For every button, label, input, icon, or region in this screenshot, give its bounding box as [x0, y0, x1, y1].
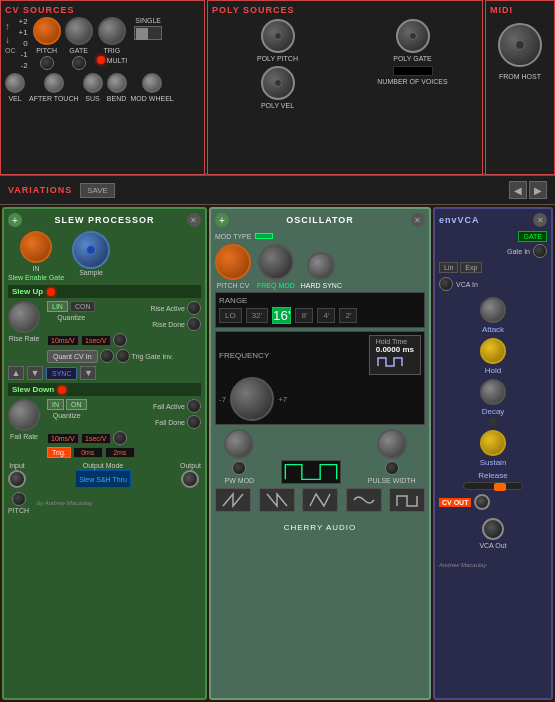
fall-lin-btn[interactable]: IN	[47, 399, 64, 410]
range-4-btn[interactable]: 4'	[317, 308, 335, 323]
hard-sync-knob[interactable]	[307, 252, 335, 280]
poly-pitch-jack[interactable]	[261, 19, 295, 53]
range-32-btn[interactable]: 32'	[246, 308, 268, 323]
fall-cv-val1: 10ms/V	[47, 433, 79, 444]
range-8-btn[interactable]: 8'	[295, 308, 313, 323]
save-button[interactable]: SAVE	[80, 183, 115, 198]
mod-type-label: MOD TYPE	[215, 233, 251, 240]
range-2-btn[interactable]: 2'	[339, 308, 357, 323]
env-vca-panel: envVCA ✕ GATE Gate In Lin Exp VCA In Att…	[433, 207, 553, 700]
pitch-jack[interactable]	[40, 56, 54, 70]
rise-done-jack[interactable]	[187, 317, 201, 331]
rise-active-jack[interactable]	[187, 301, 201, 315]
trig-val1: 0ms	[73, 447, 103, 458]
quant-cv-jack[interactable]	[100, 349, 114, 363]
vca-out-jack[interactable]	[482, 518, 504, 540]
gate-toggle-btn[interactable]: GATE	[518, 231, 547, 242]
env-vca-title: envVCA	[439, 215, 480, 225]
slew-add-btn[interactable]: +	[8, 213, 22, 227]
slew-input-jack[interactable]	[8, 470, 26, 488]
slew-output-jack[interactable]	[181, 470, 199, 488]
sus-knob[interactable]	[83, 73, 103, 93]
gate-knob[interactable]	[65, 17, 93, 45]
trig-knob[interactable]	[98, 17, 126, 45]
pitch-cv-knob[interactable]	[215, 244, 251, 280]
scroll-left-btn[interactable]: ◀	[509, 181, 527, 199]
range-16-btn[interactable]: 16'	[272, 307, 291, 324]
wave-sine-btn[interactable]	[346, 488, 382, 512]
pw-mod-knob[interactable]	[224, 429, 254, 459]
rise-rate-cv-jack[interactable]	[113, 333, 127, 347]
sample-knob[interactable]	[72, 231, 110, 269]
freq-mod-knob[interactable]	[258, 244, 294, 280]
sync-up-btn[interactable]: ▲	[8, 366, 24, 380]
oscillator-panel: + OSCILLATOR ✕ MOD TYPE PITCH CV FREQ MO…	[209, 207, 431, 700]
volt-plus1: +1	[19, 28, 28, 37]
slew-processor-title: SLEW PROCESSOR	[54, 215, 154, 225]
sync-btn[interactable]: SYNC	[46, 367, 77, 380]
trig-gate-jack[interactable]	[116, 349, 130, 363]
osc-close-btn[interactable]: ✕	[411, 213, 425, 227]
poly-gate-jack[interactable]	[396, 19, 430, 53]
env-close-btn[interactable]: ✕	[533, 213, 547, 227]
arrow-down-icon[interactable]: ↓	[5, 34, 10, 45]
cv-sources-panel: CV SOURCES ↑ ↓ OC +2 +1 0 -1 -2	[0, 0, 205, 175]
pulse-width-knob[interactable]	[377, 429, 407, 459]
volt-minus2: -2	[19, 61, 28, 70]
range-lo-btn[interactable]: LO	[219, 308, 242, 323]
gate-jack[interactable]	[72, 56, 86, 70]
bend-knob[interactable]	[107, 73, 127, 93]
vca-out-group: VCA Out	[439, 518, 547, 549]
attack-knob[interactable]	[480, 297, 506, 323]
slew-close-btn[interactable]: ✕	[187, 213, 201, 227]
pitch-knob[interactable]	[33, 17, 61, 45]
volt-plus2: +2	[19, 17, 28, 26]
gate-in-jack[interactable]	[533, 244, 547, 258]
exp-btn[interactable]: Exp	[460, 262, 482, 273]
range-label: RANGE	[219, 296, 247, 305]
output-mode-display[interactable]: Slew S&H Thru	[75, 470, 131, 488]
lin-btn[interactable]: LIN	[47, 301, 68, 312]
pulse-width-jack[interactable]	[385, 461, 399, 475]
osc-add-btn[interactable]: +	[215, 213, 229, 227]
quant-cv-btn[interactable]: Quant CV In	[47, 350, 98, 363]
frequency-knob[interactable]	[230, 377, 274, 421]
fall-rate-cv-jack[interactable]	[113, 431, 127, 445]
aftertouch-knob[interactable]	[44, 73, 64, 93]
fall-con-btn[interactable]: ON	[66, 399, 87, 410]
cv-out-jack[interactable]	[474, 494, 490, 510]
hold-knob[interactable]	[480, 338, 506, 364]
wave-tri-btn[interactable]	[302, 488, 338, 512]
lin-exp-btn[interactable]: Lin	[439, 262, 458, 273]
vel-knob[interactable]	[5, 73, 25, 93]
single-toggle-box[interactable]	[134, 26, 162, 40]
mod-wheel-knob[interactable]	[142, 73, 162, 93]
sync-down-btn[interactable]: ▼	[27, 366, 43, 380]
scroll-right-btn[interactable]: ▶	[529, 181, 547, 199]
decay-knob[interactable]	[480, 379, 506, 405]
fall-active-jack[interactable]	[187, 399, 201, 413]
wave-square-btn[interactable]	[389, 488, 425, 512]
arrow-up-icon[interactable]: ↑	[5, 21, 10, 32]
wave-ramp-btn[interactable]	[259, 488, 295, 512]
voices-display	[393, 66, 433, 76]
pw-mod-jack[interactable]	[232, 461, 246, 475]
rise-rate-knob[interactable]	[8, 301, 40, 333]
rise-cv-val2: 1sec/V	[81, 335, 111, 346]
fall-done-jack[interactable]	[187, 415, 201, 429]
sync-down2-btn[interactable]: ▼	[80, 366, 96, 380]
vca-in-jack[interactable]	[439, 277, 453, 291]
trig-sel-btn[interactable]: Trig.	[47, 447, 71, 458]
poly-vel-jack[interactable]	[261, 66, 295, 100]
sustain-knob[interactable]	[480, 430, 506, 456]
env-credit: Andrew Macaulay	[439, 562, 487, 568]
con-btn[interactable]: CON	[70, 301, 96, 312]
release-slider[interactable]	[463, 482, 523, 490]
pitch-out-jack[interactable]	[12, 492, 26, 506]
trig-val2: 2ms	[105, 447, 135, 458]
slew-in-knob[interactable]	[20, 231, 52, 263]
midi-from-host-jack[interactable]	[498, 23, 542, 67]
fall-rate-knob[interactable]	[8, 399, 40, 431]
wave-saw-btn[interactable]	[215, 488, 251, 512]
single-multi-toggle[interactable]: SINGLE	[134, 17, 162, 70]
